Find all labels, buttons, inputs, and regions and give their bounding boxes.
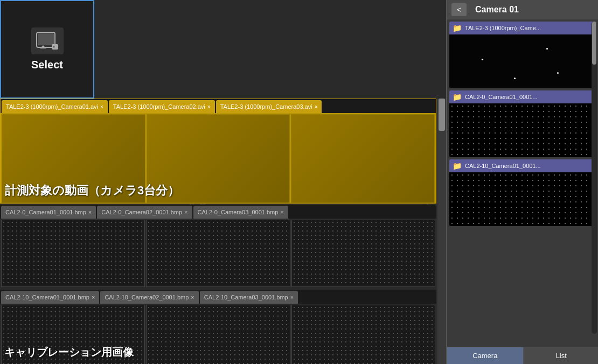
camera-title: Camera 01	[475, 5, 519, 15]
tab-camera[interactable]: Camera	[447, 347, 524, 364]
toolbar-label: Select	[31, 59, 63, 71]
cal-tabs-row1: CAL2-0_Camera01_0001.bmp × CAL2-0_Camera…	[0, 205, 436, 219]
camera-item-3-name: CAL2-10_Camera01_0001...	[465, 163, 541, 169]
video-tab-2-close[interactable]: ×	[207, 104, 211, 110]
cal-tab-2-3-label: CAL2-10_Camera03_0001.bmp	[204, 294, 288, 300]
cal-tab-2-3-close[interactable]: ×	[290, 294, 294, 300]
bottom-tabs: Camera List	[447, 347, 598, 364]
main-content-area: KATOKOKEN KATOKOKEN KATOKOKEN KATOKOKEN …	[0, 99, 442, 364]
right-scrollbar-thumb[interactable]	[592, 22, 596, 65]
right-panel: < Camera 01 📁 TALE2-3 (1000rpm)_Came... …	[446, 0, 598, 364]
bright-dot-2	[482, 59, 483, 60]
cal-tab-1-3-label: CAL2-0_Camera03_0001.bmp	[198, 209, 279, 215]
video-section-label: 計測対象の動画（カメラ3台分）	[5, 183, 432, 199]
folder-icon-1: 📁	[453, 24, 462, 32]
right-panel-scrollbar[interactable]	[592, 22, 597, 334]
main-scrollbar[interactable]	[437, 99, 446, 364]
svg-point-3	[53, 46, 54, 48]
camera-item-3[interactable]: 📁 CAL2-10_Camera01_0001...	[449, 159, 596, 226]
dot-pattern-1	[2, 220, 144, 286]
folder-icon-2: 📁	[453, 93, 462, 101]
video-tab-1-close[interactable]: ×	[100, 104, 103, 110]
back-button[interactable]: <	[451, 3, 467, 16]
camera-item-2-header: 📁 CAL2-0_Camera01_0001...	[449, 90, 596, 103]
video-tab-2-label: TALE2-3 (1000rpm)_Camera02.avi	[113, 103, 205, 110]
calibration-section-label: キャリブレーション用画像	[4, 345, 432, 360]
cal-tab-1-2[interactable]: CAL2-0_Camera02_0001.bmp ×	[97, 206, 192, 219]
video-tab-3[interactable]: TALE2-3 (1000rpm)_Camera03.avi ×	[216, 100, 322, 113]
video-tabs: TALE2-3 (1000rpm)_Camera01.avi × TALE2-3…	[1, 99, 436, 113]
preview-dots-1	[449, 103, 596, 157]
cal-thumb-1-1[interactable]	[1, 220, 145, 287]
cal-tab-1-1-close[interactable]: ×	[88, 209, 92, 215]
cal-thumb-1-3[interactable]	[291, 220, 435, 287]
cal-row-1	[0, 219, 436, 288]
cal-tab-2-2[interactable]: CAL2-10_Camera02_0001.bmp ×	[100, 291, 198, 304]
cal-tab-1-3-close[interactable]: ×	[280, 209, 283, 215]
camera-item-2-name: CAL2-0_Camera01_0001...	[465, 94, 538, 100]
svg-rect-1	[38, 33, 54, 45]
cal-tab-2-1[interactable]: CAL2-10_Camera01_0001.bmp ×	[1, 291, 99, 304]
camera-item-2[interactable]: 📁 CAL2-0_Camera01_0001...	[449, 90, 596, 157]
camera-item-1[interactable]: 📁 TALE2-3 (1000rpm)_Came...	[449, 22, 596, 88]
dot-pattern-2	[147, 220, 289, 286]
video-tab-3-close[interactable]: ×	[315, 104, 318, 110]
cal-tab-1-2-close[interactable]: ×	[184, 209, 187, 215]
cal-tabs-row2: CAL2-10_Camera01_0001.bmp × CAL2-10_Came…	[0, 290, 436, 304]
dot-pattern-3	[292, 220, 435, 286]
video-tab-3-label: TALE2-3 (1000rpm)_Camera03.avi	[220, 103, 312, 110]
cal-tab-2-2-close[interactable]: ×	[191, 294, 194, 300]
video-tab-1-label: TALE2-3 (1000rpm)_Camera01.avi	[6, 103, 98, 110]
cal-tab-1-1[interactable]: CAL2-0_Camera01_0001.bmp ×	[1, 206, 96, 219]
camera-preview-1	[449, 34, 596, 88]
camera-item-1-header: 📁 TALE2-3 (1000rpm)_Came...	[449, 22, 596, 34]
cal-tab-1-2-label: CAL2-0_Camera02_0001.bmp	[101, 209, 182, 215]
tab-list[interactable]: List	[524, 347, 599, 364]
cal-thumb-1-2[interactable]	[146, 220, 290, 287]
svg-rect-2	[52, 44, 58, 50]
camera-preview-2	[449, 103, 596, 157]
bright-dot-4	[514, 78, 516, 79]
cal-tab-1-3[interactable]: CAL2-0_Camera03_0001.bmp ×	[193, 206, 288, 219]
folder-icon-3: 📁	[453, 162, 462, 170]
video-tab-1[interactable]: TALE2-3 (1000rpm)_Camera01.avi ×	[2, 100, 108, 113]
select-button[interactable]: Select	[0, 0, 94, 99]
bright-dot-3	[557, 72, 559, 74]
camera-item-1-name: TALE2-3 (1000rpm)_Came...	[465, 25, 541, 31]
video-section: TALE2-3 (1000rpm)_Camera01.avi × TALE2-3…	[0, 99, 436, 204]
camera-preview-3	[449, 172, 596, 226]
cal-tab-2-2-label: CAL2-10_Camera02_0001.bmp	[105, 294, 189, 300]
camera-item-3-header: 📁 CAL2-10_Camera01_0001...	[449, 159, 596, 172]
right-panel-header: < Camera 01	[447, 0, 598, 19]
bright-dot-1	[546, 48, 548, 50]
cal-tab-1-1-label: CAL2-0_Camera01_0001.bmp	[5, 209, 86, 215]
calibration-section: CAL2-0_Camera01_0001.bmp × CAL2-0_Camera…	[0, 205, 436, 364]
select-icon	[31, 27, 64, 54]
scrollbar-thumb[interactable]	[439, 99, 445, 131]
cal-tab-2-3[interactable]: CAL2-10_Camera03_0001.bmp ×	[200, 291, 298, 304]
video-tab-2[interactable]: TALE2-3 (1000rpm)_Camera02.avi ×	[109, 100, 215, 113]
preview-dots-2	[449, 172, 596, 226]
cal-tab-2-1-label: CAL2-10_Camera01_0001.bmp	[5, 294, 89, 300]
cal-tab-2-1-close[interactable]: ×	[92, 294, 95, 300]
